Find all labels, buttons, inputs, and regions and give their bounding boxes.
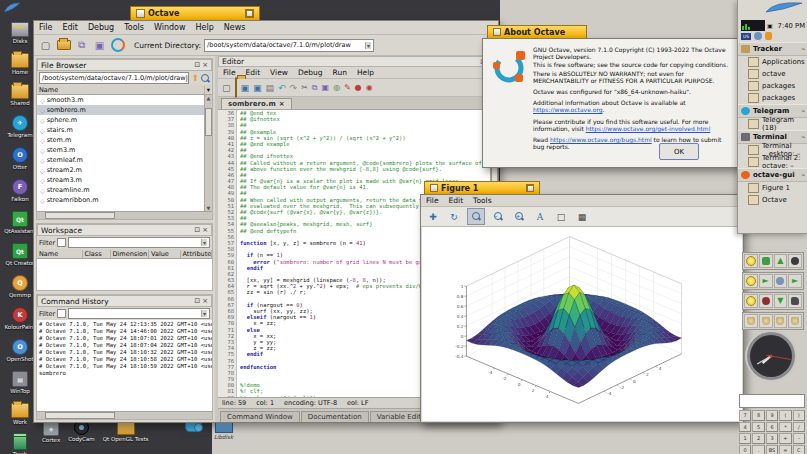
redo-icon[interactable]: ↷ [290,83,298,93]
cpu-monitor[interactable] [741,20,765,31]
file-row[interactable]: ◇stream3.m [37,175,204,185]
calc-key-1[interactable]: 1 [739,433,751,444]
calc-key-*[interactable]: * [779,422,791,433]
launchbox-button[interactable]: ► [788,274,802,288]
desktop-icon-qt-opengl-tests[interactable]: Qt OpenGL Tests [103,420,149,442]
launchbox-button[interactable]: ► [759,274,773,288]
calc-key-3[interactable]: 3 [766,433,778,444]
close-icon[interactable] [430,184,438,192]
link[interactable]: https://www.octave.org/get-involved.html [586,125,711,132]
breakpoint-next-icon[interactable]: ◉ [366,83,373,92]
file-browser-titlebar[interactable]: File Browser ⊡× [37,59,212,71]
deskbar-window-item[interactable]: Terminal 2: octave: – [738,156,807,168]
link[interactable]: https://www.octave.org [533,106,603,113]
launchbox-button[interactable] [788,314,802,328]
filter-checkbox[interactable] [57,238,66,247]
workspace-titlebar[interactable]: Workspace ⊡× [37,224,212,236]
axes-icon[interactable]: □ [553,209,569,224]
launchbox-button[interactable] [759,254,773,268]
filter-checkbox[interactable] [57,309,66,318]
calc-key-8[interactable]: 8 [752,410,764,421]
chevron-down-icon[interactable]: ▾ [365,42,371,49]
file-row[interactable]: ◇stream2.m [37,165,204,175]
menu-help[interactable]: Help [352,67,379,78]
menu-help[interactable]: Help [190,22,218,33]
paste-icon[interactable]: ▣ [92,38,107,53]
workspace-header[interactable]: NameClassDimensionValueAttribute [37,249,212,259]
launchbox-button[interactable] [759,314,773,328]
calc-key-6[interactable]: 6 [766,422,778,433]
column-attribute[interactable]: Attribute [181,250,213,258]
menu-view[interactable]: View [265,67,293,78]
menu-edit[interactable]: Edit [57,22,83,33]
deskbar-window-item[interactable]: Telegram (18) [738,118,807,130]
zoom-select-icon[interactable] [467,208,485,225]
file-row[interactable]: ◇stairs.m [37,125,204,135]
file-list-hscrollbar[interactable] [37,211,212,219]
menu-run[interactable]: Run [328,67,352,78]
deskbar-app-octave-gui[interactable]: octave-gui– [738,168,807,182]
deskbar-window-item[interactable]: packages [738,80,807,92]
undock-icon[interactable]: ⊡ [194,297,200,305]
collapse-icon[interactable]: – [802,133,806,141]
folder-up-icon[interactable]: ⬆ [191,73,199,83]
deskbar-window-item[interactable]: Octave [738,194,807,206]
haiku-leaf-icon[interactable] [3,2,21,14]
menu-debug[interactable]: Debug [293,67,328,78]
file-list-scrollbar[interactable]: ▲▼ [204,95,212,211]
zoom-in-icon[interactable]: + [511,209,527,224]
deskbar-window-item[interactable]: octave [738,68,807,80]
zoom-out-icon[interactable]: - [490,209,506,224]
collapse-icon[interactable]: – [802,45,806,53]
file-browser-header[interactable]: Name ▾ [37,85,212,95]
calc-key-/[interactable]: / [793,422,805,433]
tab-close-icon[interactable]: × [279,100,285,108]
column-name[interactable]: Name [37,250,83,258]
workspace-filter-combo[interactable]: ▾ [68,237,210,248]
print-icon[interactable]: ▤ [266,83,275,93]
copy-icon[interactable]: ⧉ [312,83,318,93]
menu-news[interactable]: News [219,22,251,33]
breakpoint-icon[interactable]: ● [355,83,362,92]
history-entry[interactable]: # Octave 7.1.0, Tue May 24 12:13:35 2022… [39,321,210,328]
desktop-icon-codycam[interactable]: CodyCam [68,420,95,442]
history-filter-combo[interactable]: ▾ [68,308,210,319]
menu-file[interactable]: File [421,195,444,206]
dock-tab-command-window[interactable]: Command Window [220,411,300,422]
calc-key-4[interactable]: 4 [739,422,751,433]
key-icon[interactable] [765,32,772,40]
sort-icon[interactable]: ▾ [205,86,212,94]
close-icon[interactable]: × [202,226,208,234]
desktop-icon-cortex[interactable]: ◈Cortex [42,420,60,443]
launchbox-button[interactable] [774,314,788,328]
launchbox-button[interactable] [744,294,758,308]
undock-icon[interactable]: ⊡ [194,61,200,69]
calc-key-2[interactable]: 2 [752,433,764,444]
collapse-icon[interactable]: – [802,107,806,115]
paste-icon[interactable]: ▣ [322,83,330,92]
undock-icon[interactable]: ⊡ [194,226,200,234]
octave-window-tab[interactable]: Octave [130,6,260,20]
rotate-icon[interactable]: ↻ [446,209,462,224]
figure-window-tab[interactable]: Figure 1 [424,181,540,194]
file-row[interactable]: ◇sombrero.m [37,105,204,115]
column-class[interactable]: Class [83,250,111,258]
zoom-icon[interactable] [245,9,254,18]
file-row[interactable]: ◇stem.m [37,135,204,145]
new-icon[interactable]: ▢ [222,83,231,93]
calc-key-=[interactable]: = [779,445,791,454]
calc-key-)[interactable]: ) [793,410,805,421]
calc-key-0[interactable]: 0 [739,445,751,454]
octave-logo-icon[interactable] [110,38,125,53]
deskbar-window-item[interactable]: Applications [738,56,807,68]
menu-window[interactable]: Window [149,22,191,33]
launchbox-button[interactable] [744,314,758,328]
file-row[interactable]: ◇stem3.m [37,145,204,155]
calc-key--[interactable]: - [793,433,805,444]
chevron-down-icon[interactable]: ▾ [186,75,190,82]
editor-titlebar[interactable]: Editor ⊡× [218,56,498,67]
dock-tab-documentation[interactable]: Documentation [301,411,369,422]
figure-canvas[interactable]: -4-2024-4-2024-0.4-0.200.20.40.60.81 [422,227,742,421]
calc-key-bs[interactable]: BS [766,445,778,454]
launchbox-button[interactable]: ▼ [774,294,788,308]
